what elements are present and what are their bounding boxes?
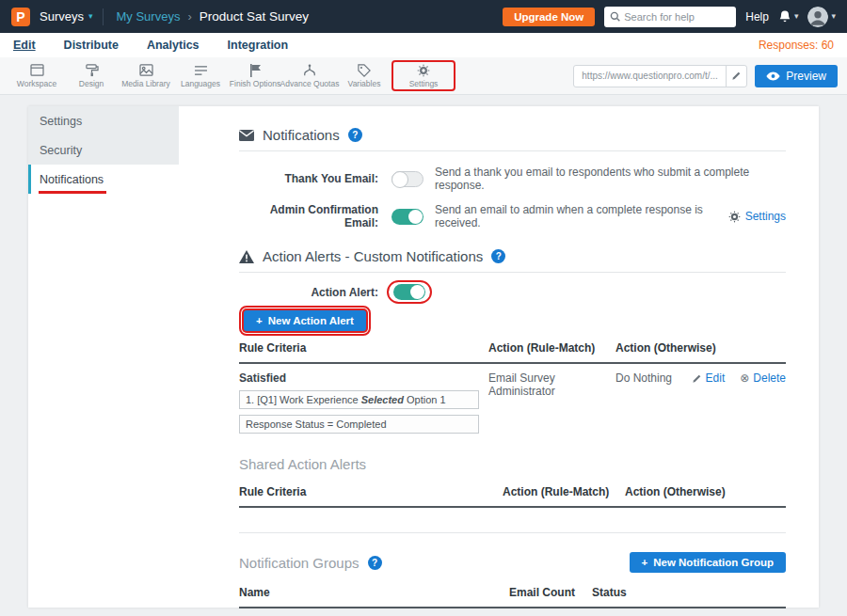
- preview-button[interactable]: Preview: [755, 65, 838, 87]
- toolbar-item-languages[interactable]: Languages: [173, 63, 228, 88]
- envelope-icon: [239, 130, 254, 141]
- questionpro-logo[interactable]: P: [11, 8, 30, 26]
- toolbar-item-advance-quotas[interactable]: Advance Quotas: [282, 63, 337, 88]
- section-title: Shared Action Alerts: [239, 456, 786, 472]
- workspace-icon: [30, 63, 44, 77]
- sidebar-item-notifications[interactable]: Notifications: [28, 165, 179, 194]
- notifications-section: Notifications ? Thank You Email: Send a …: [239, 127, 786, 229]
- action-alert-toggle[interactable]: [393, 284, 425, 300]
- admin-confirmation-label: Admin Confirmation Email:: [239, 203, 378, 229]
- settings-sidebar: Settings Security Notifications: [28, 106, 179, 608]
- divider: [239, 150, 786, 151]
- toolbar-item-label: Finish Options: [230, 79, 280, 88]
- new-notification-group-label: New Notification Group: [653, 557, 774, 568]
- breadcrumb-current-survey: Product Sat Survey: [200, 9, 309, 24]
- preview-label: Preview: [786, 70, 826, 83]
- rule-status: Satisfied: [239, 371, 488, 385]
- column-header-rule-criteria: Rule Criteria: [239, 485, 503, 498]
- thank-you-email-row: Thank You Email: Send a thank you email …: [239, 166, 786, 192]
- annotation-notifications-underline: [39, 191, 106, 194]
- gear-icon: [417, 63, 430, 77]
- notifications-main: Notifications ? Thank You Email: Send a …: [179, 106, 819, 608]
- notification-group-row: SankTest (Sanket, Zolin) 2 Active + Add …: [239, 608, 786, 616]
- column-header-email-count: Email Count: [507, 586, 575, 599]
- action-alert-row: Satisfied 1. [Q1] Work Experience Select…: [239, 364, 786, 434]
- divider: [103, 8, 104, 25]
- thank-you-email-description: Send a thank you email to respondents wh…: [435, 166, 786, 192]
- delete-alert-link[interactable]: ⊗ Delete: [740, 371, 786, 385]
- notification-groups-table: Name Email Count Status SankTest (Sanket…: [239, 586, 786, 616]
- help-search-box[interactable]: [604, 7, 736, 27]
- rule-criteria-item: 1. [Q1] Work Experience Selected Option …: [239, 390, 479, 409]
- tab-distribute[interactable]: Distribute: [64, 39, 119, 52]
- responses-count[interactable]: Responses: 60: [759, 39, 834, 52]
- breadcrumb: My Surveys › Product Sat Survey: [117, 9, 310, 24]
- rule-criteria-item: Response Status = Completed: [239, 415, 479, 434]
- admin-confirmation-toggle[interactable]: [392, 209, 424, 225]
- sidebar-item-label: Notifications: [40, 173, 104, 186]
- plus-icon: +: [256, 315, 263, 326]
- tab-analytics[interactable]: Analytics: [147, 39, 200, 52]
- new-notification-group-button[interactable]: + New Notification Group: [630, 552, 787, 573]
- help-icon[interactable]: ?: [368, 556, 382, 570]
- action-alert-label: Action Alert:: [239, 286, 378, 299]
- edit-alert-link[interactable]: Edit: [692, 371, 726, 385]
- admin-email-settings-link[interactable]: Settings: [719, 210, 786, 223]
- divider: [239, 272, 786, 273]
- toolbar-item-finish-options[interactable]: Finish Options: [228, 63, 282, 88]
- toolbar-item-design[interactable]: Design: [64, 63, 119, 88]
- survey-url-field[interactable]: [573, 65, 747, 87]
- account-menu[interactable]: ▾: [807, 7, 836, 27]
- settings-link-label: Settings: [745, 210, 786, 223]
- column-header-action-otherwise: Action (Otherwise): [625, 485, 726, 498]
- help-link[interactable]: Help: [745, 10, 769, 24]
- tab-edit[interactable]: Edit: [13, 39, 36, 52]
- admin-confirmation-row: Admin Confirmation Email: Send an email …: [239, 203, 786, 229]
- column-header-status: Status: [575, 586, 660, 599]
- admin-confirmation-description: Send an email to admin when a complete r…: [435, 203, 719, 229]
- surveys-menu-label: Surveys: [40, 9, 84, 24]
- eye-icon: [766, 71, 780, 81]
- chevron-down-icon: ▾: [831, 12, 836, 21]
- new-action-alert-button[interactable]: + New Action Alert: [244, 310, 366, 331]
- section-title: Notifications: [263, 127, 340, 143]
- toolbar-item-label: Design: [79, 79, 104, 88]
- section-title: Action Alerts - Custom Notifications: [263, 248, 483, 264]
- tab-integration[interactable]: Integration: [228, 39, 289, 52]
- toolbar-item-workspace[interactable]: Workspace: [9, 63, 64, 88]
- notifications-bell-menu[interactable]: ▾: [778, 9, 799, 24]
- help-icon[interactable]: ?: [348, 128, 362, 142]
- toolbar-item-settings[interactable]: Settings: [396, 63, 451, 88]
- avatar: [807, 7, 828, 27]
- toolbar-item-media-library[interactable]: Media Library: [119, 63, 173, 88]
- media-library-icon: [139, 63, 153, 77]
- toolbar-item-label: Languages: [181, 79, 220, 88]
- annotation-settings-highlight: Settings: [392, 60, 455, 91]
- surveys-product-menu[interactable]: Surveys ▾: [40, 9, 93, 24]
- help-icon[interactable]: ?: [491, 249, 505, 263]
- plus-icon: +: [642, 557, 648, 568]
- table-header-row: Rule Criteria Action (Rule-Match) Action…: [239, 485, 786, 508]
- sidebar-item-security[interactable]: Security: [28, 135, 179, 165]
- help-search-input[interactable]: [624, 11, 730, 23]
- action-rule-match-value: Email Survey Administrator: [488, 371, 615, 434]
- survey-url-input[interactable]: [582, 71, 726, 81]
- action-alerts-section: Action Alerts - Custom Notifications ? A…: [239, 248, 786, 434]
- breadcrumb-my-surveys[interactable]: My Surveys: [117, 9, 181, 24]
- thank-you-email-toggle[interactable]: [392, 171, 424, 187]
- sidebar-item-settings[interactable]: Settings: [28, 106, 179, 135]
- action-alerts-table: Rule Criteria Action (Rule-Match) Action…: [239, 341, 786, 434]
- column-header-action-rule-match: Action (Rule-Match): [503, 485, 625, 498]
- advance-quotas-icon: [303, 63, 316, 77]
- upgrade-now-button[interactable]: Upgrade Now: [503, 8, 595, 26]
- criteria-text: Option 1: [404, 394, 446, 405]
- finish-options-icon: [249, 63, 262, 77]
- survey-nav-tabs: Edit Distribute Analytics Integration Re…: [0, 33, 847, 57]
- search-icon: [610, 11, 620, 22]
- toolbar-item-label: Settings: [409, 79, 439, 88]
- edit-url-icon[interactable]: [726, 66, 746, 87]
- toolbar-item-variables[interactable]: Variables: [337, 63, 392, 88]
- shared-action-alerts-section: Shared Action Alerts Rule Criteria Actio…: [239, 456, 786, 508]
- annotation-action-alert-highlight: [387, 280, 432, 304]
- action-otherwise-value: Do Nothing: [615, 371, 672, 385]
